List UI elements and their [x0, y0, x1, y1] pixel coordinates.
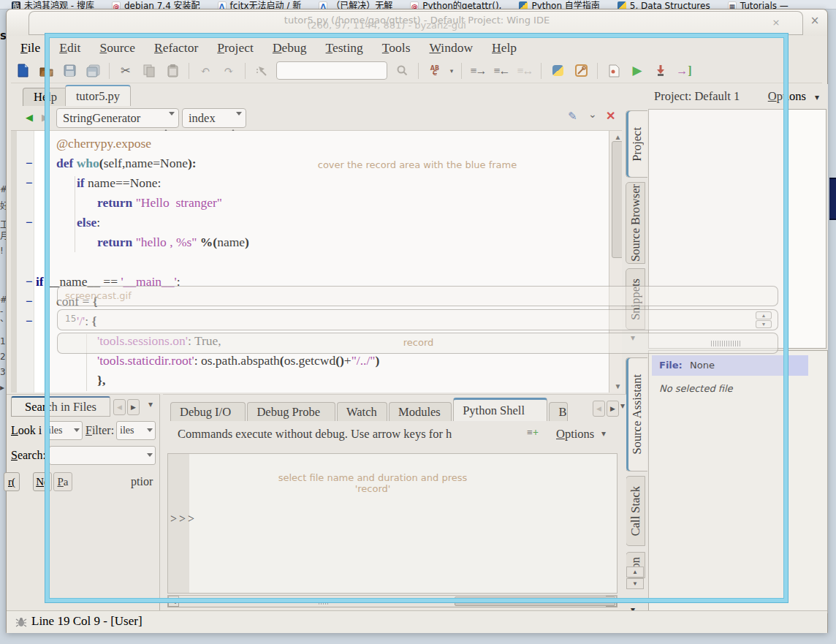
byzanz-window-title: (260, 97, 1144, 881) - byzanz-gui: [7, 20, 767, 31]
status-bar: Line 19 Col 9 - [User]: [7, 610, 827, 633]
record-area-frame[interactable]: [45, 34, 788, 602]
title-bar[interactable]: tutor5.py (/home/gao/qttest) - Default P…: [7, 10, 827, 36]
cursor-position: Line 19 Col 9 - [User]: [31, 614, 142, 629]
look-in-label: Look i: [11, 424, 42, 437]
nav-back-icon[interactable]: ◀: [26, 112, 33, 124]
editor-edge: [11, 131, 17, 393]
background-window-edge: [829, 178, 836, 220]
new-file-icon[interactable]: [12, 62, 33, 80]
search-button-0[interactable]: r(: [4, 472, 20, 491]
chevron-down-icon[interactable]: ▾: [815, 86, 819, 108]
desktop: #好工月!#-、123▸ se 酷未鸿其鸿观 - 搜库@debian 7.4 安…: [0, 0, 836, 644]
bug-icon[interactable]: [15, 616, 27, 631]
byzanz-close-icon[interactable]: ×: [770, 17, 782, 29]
search-label: Search:: [11, 449, 46, 462]
menu-file[interactable]: File: [11, 38, 50, 57]
fold-margin: −−−−−−: [17, 131, 34, 393]
window-close-icon[interactable]: ×: [809, 14, 821, 26]
